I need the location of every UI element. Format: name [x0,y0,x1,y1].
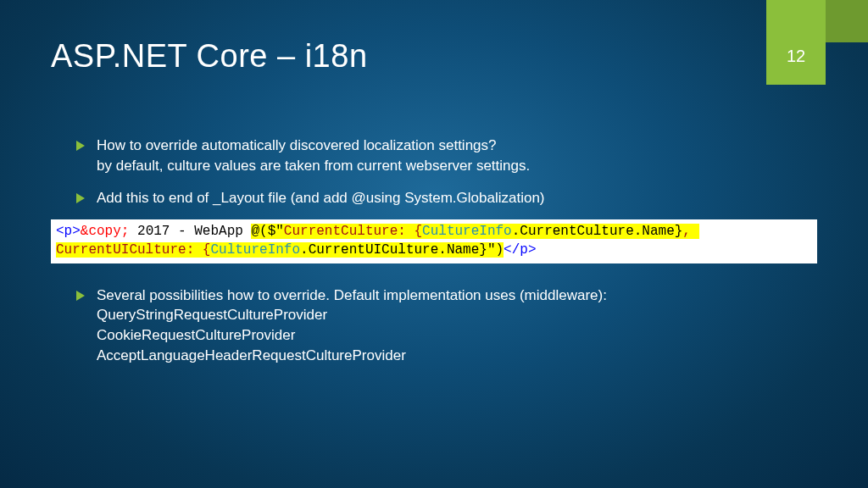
code-token: &copy; [81,224,130,239]
bullet-text: How to override automatically discovered… [97,136,817,176]
slide-content: How to override automatically discovered… [76,136,817,378]
bullet-line: AcceptLanguageHeaderRequestCultureProvid… [97,346,817,366]
slide-title: ASP.NET Core – i18n [51,38,368,75]
page-number-tab: 12 [766,0,826,85]
code-token: ") [487,242,504,258]
code-token: @($" [251,224,283,239]
code-token: .CurrentCulture.Name [512,224,675,239]
bullet-line: QueryStringRequestCultureProvider [97,305,817,325]
code-token: </p> [504,242,536,258]
code-token: CurrentUICulture: { [56,242,210,258]
bullet-line: Several possibilities how to override. D… [97,286,817,306]
code-token: CultureInfo [210,242,300,258]
code-token: 2017 - WebApp [129,224,251,239]
bullet-1: How to override automatically discovered… [76,136,817,176]
bullet-line: How to override automatically discovered… [97,136,817,156]
bullet-icon [76,291,85,301]
bullet-3: Several possibilities how to override. D… [76,286,817,366]
code-token: } [675,224,683,239]
code-token: , [682,224,698,239]
bullet-icon [76,141,85,151]
bullet-text: Several possibilities how to override. D… [97,286,817,366]
bullet-text: Add this to end of _Layout file (and add… [97,188,817,208]
bullet-icon [76,193,85,203]
bullet-line: CookieRequestCultureProvider [97,325,817,346]
code-token: } [479,242,487,258]
corner-fold [826,0,868,42]
bullet-line: by default, culture values are taken fro… [97,156,817,176]
bullet-2: Add this to end of _Layout file (and add… [76,188,817,208]
code-token: <p> [56,224,81,239]
code-token: CurrentCulture: { [284,224,422,239]
code-token: CultureInfo [422,224,512,239]
code-block: <p>&copy; 2017 - WebApp @($"CurrentCultu… [51,219,817,263]
code-token: .CurrentUICulture.Name [300,242,479,258]
page-number: 12 [787,47,805,66]
